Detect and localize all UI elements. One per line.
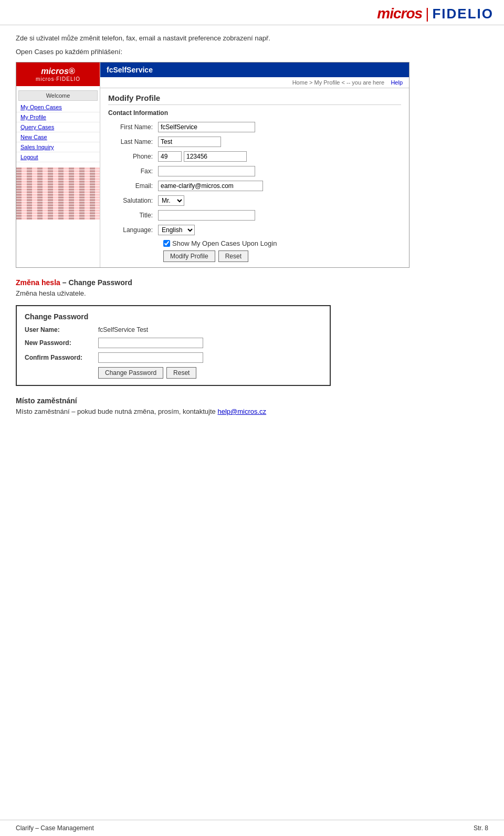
employment-title: Místo zaměstnání <box>16 396 488 405</box>
cp-buttons: Change Password Reset <box>98 367 322 379</box>
email-input[interactable] <box>158 181 263 191</box>
first-name-row: First Name: <box>108 122 401 132</box>
sidebar-item-welcome[interactable]: Welcome <box>18 90 98 101</box>
sidebar-logo-micros: micros® <box>20 67 96 76</box>
footer-left: Clarify – Case Management <box>16 824 94 832</box>
sidebar-item-new-case[interactable]: New Case <box>16 132 100 142</box>
cp-new-password-input[interactable] <box>98 338 203 348</box>
micros-logo: micros <box>377 5 422 22</box>
language-label: Language: <box>108 226 158 234</box>
section-title: Contact Information <box>108 109 401 117</box>
salutation-select[interactable]: Mr. Mrs. Ms. Dr. <box>158 195 184 206</box>
language-select[interactable]: English Czech German <box>158 225 195 235</box>
fax-input[interactable] <box>158 166 255 176</box>
app-name: fcSelfService <box>107 66 153 74</box>
form-buttons: Modify Profile Reset <box>163 250 401 262</box>
first-name-input[interactable] <box>158 122 255 132</box>
help-link[interactable]: Help <box>391 79 403 86</box>
email-row: Email: <box>108 181 401 191</box>
breadcrumb-bar: Home > My Profile < -- you are here Help <box>100 77 409 88</box>
form-body: Modify Profile Contact Information First… <box>100 88 409 267</box>
salutation-label: Salutation: <box>108 197 158 204</box>
cp-description: Změna hesla uživatele. <box>16 289 488 297</box>
last-name-row: Last Name: <box>108 137 401 147</box>
open-cases-checkbox[interactable] <box>163 240 170 247</box>
sidebar-nav: Welcome My Open Cases My Profile Query C… <box>16 86 100 165</box>
cp-box: Change Password User Name: fcSelfService… <box>16 305 331 386</box>
cp-new-password-label: New Password: <box>25 339 98 347</box>
sidebar-item-logout[interactable]: Logout <box>16 152 100 162</box>
open-cases-checkbox-row: Show My Open Cases Upon Login <box>163 239 401 247</box>
app-header: fcSelfService <box>100 62 409 77</box>
logo-area: micros | FIDELIO <box>377 5 494 22</box>
intro-line2: Open Cases po každém přihlášení: <box>16 47 488 57</box>
title-input[interactable] <box>158 210 255 221</box>
sidebar: micros® micros·FIDELIO Welcome My Open C… <box>16 62 100 267</box>
phone-label: Phone: <box>108 153 158 160</box>
intro-line1: Zde si uživatel může změnit telefon, fax… <box>16 33 488 44</box>
sidebar-item-sales-inquiry[interactable]: Sales Inquiry <box>16 142 100 152</box>
title-row: Title: <box>108 210 401 221</box>
screenshot-mockup: micros® micros·FIDELIO Welcome My Open C… <box>16 62 410 268</box>
sidebar-item-profile[interactable]: My Profile <box>16 112 100 122</box>
salutation-row: Salutation: Mr. Mrs. Ms. Dr. <box>108 195 401 206</box>
cp-username-label: User Name: <box>25 326 98 333</box>
employment-description: Místo zaměstnání – pokud bude nutná změn… <box>16 407 488 415</box>
last-name-label: Last Name: <box>108 138 158 145</box>
language-row: Language: English Czech German <box>108 225 401 235</box>
employment-section: Místo zaměstnání Místo zaměstnání – poku… <box>16 396 488 415</box>
last-name-input[interactable] <box>158 137 221 147</box>
sidebar-logo: micros® micros·FIDELIO <box>16 62 100 86</box>
cp-username-value: fcSelfService Test <box>98 326 148 333</box>
sidebar-item-query-cases[interactable]: Query Cases <box>16 122 100 132</box>
breadcrumb: Home > My Profile < -- you are here <box>292 79 384 86</box>
fax-label: Fax: <box>108 168 158 175</box>
form-area: fcSelfService Home > My Profile < -- you… <box>100 62 409 267</box>
cp-confirm-password-label: Confirm Password: <box>25 354 98 361</box>
cp-username-row: User Name: fcSelfService Test <box>25 326 322 333</box>
cp-new-password-row: New Password: <box>25 338 322 348</box>
employment-desc-text: Místo zaměstnání – pokud bude nutná změn… <box>16 407 216 415</box>
cp-confirm-password-row: Confirm Password: <box>25 352 322 363</box>
main-content: Zde si uživatel může změnit telefon, fax… <box>0 25 504 434</box>
form-title: Modify Profile <box>108 93 401 105</box>
cp-czech-title: Změna hesla <box>16 278 60 287</box>
sidebar-item-open-cases[interactable]: My Open Cases <box>16 102 100 112</box>
cp-reset-button[interactable]: Reset <box>166 367 196 379</box>
footer-right: Str. 8 <box>474 824 488 832</box>
cp-dash: – <box>62 278 69 287</box>
cp-english-title: Change Password <box>68 278 132 287</box>
employment-email-link[interactable]: help@micros.cz <box>217 407 266 415</box>
cp-box-title: Change Password <box>25 312 322 321</box>
title-label: Title: <box>108 212 158 219</box>
first-name-label: First Name: <box>108 123 158 131</box>
fidelio-logo: FIDELIO <box>432 6 494 22</box>
phone-country-input[interactable] <box>158 151 182 162</box>
footer: Clarify – Case Management Str. 8 <box>0 820 504 836</box>
sidebar-stripes <box>16 168 100 220</box>
change-password-section: Změna hesla – Change Password Změna hesl… <box>16 278 488 386</box>
phone-row: Phone: <box>108 151 401 162</box>
email-label: Email: <box>108 182 158 190</box>
fax-row: Fax: <box>108 166 401 176</box>
open-cases-checkbox-label: Show My Open Cases Upon Login <box>172 239 277 247</box>
sidebar-logo-fidelio: micros·FIDELIO <box>20 76 96 82</box>
form-reset-button[interactable]: Reset <box>218 250 248 262</box>
cp-section-title: Změna hesla – Change Password <box>16 278 488 287</box>
logo-divider: | <box>425 5 429 22</box>
page-header: micros | FIDELIO <box>0 0 504 25</box>
modify-profile-button[interactable]: Modify Profile <box>163 250 215 262</box>
cp-confirm-password-input[interactable] <box>98 352 203 363</box>
phone-number-input[interactable] <box>184 151 247 162</box>
phone-inputs <box>158 151 247 162</box>
change-password-button[interactable]: Change Password <box>98 367 163 379</box>
